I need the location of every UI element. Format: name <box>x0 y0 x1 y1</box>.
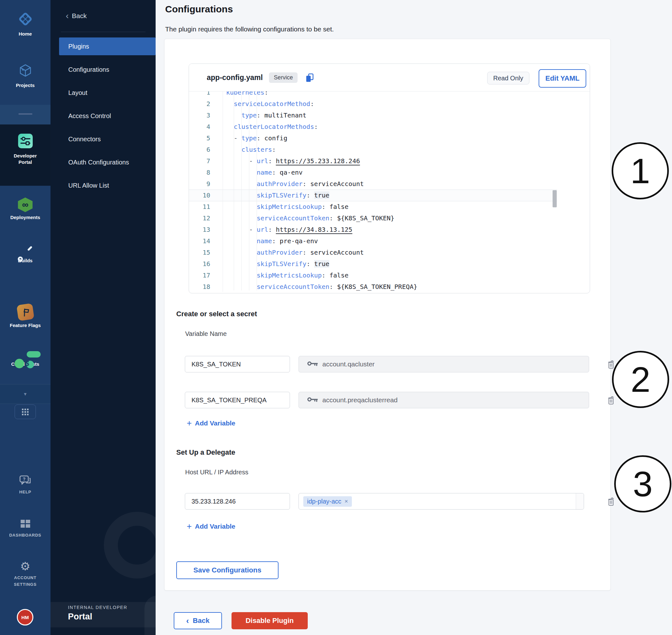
delegate-heading: Set Up a Delegate <box>176 448 235 457</box>
annotation-circle-2: 2 <box>612 351 669 408</box>
sidebar-item-feature-flags[interactable]: Feature Flags <box>0 304 50 328</box>
host-url-input[interactable] <box>185 493 290 509</box>
sidebar-item-home[interactable]: Home <box>0 11 50 37</box>
sidebar-item-cloud-costs[interactable]: $ Cloud Costs <box>0 353 50 367</box>
gutter-divider <box>223 91 223 292</box>
code-line-11: 11 skipMetricsLookup: false <box>189 201 590 213</box>
back-button[interactable]: ‹ Back <box>174 612 222 629</box>
sidebar-divider-dash <box>18 113 32 115</box>
projects-cube-icon <box>17 62 34 80</box>
nav-item-connectors[interactable]: Connectors <box>50 132 156 146</box>
avatar-initials: HM <box>21 615 28 620</box>
code-line-12: 12 serviceAccountToken: ${K8S_SA_TOKEN} <box>189 213 590 224</box>
annotation-circle-1: 1 <box>612 142 669 199</box>
edit-yaml-button[interactable]: Edit YAML <box>539 69 586 88</box>
copy-icon[interactable] <box>305 73 314 83</box>
module-label: Developer <box>0 153 50 159</box>
chevron-down-icon: ▼ <box>23 392 28 397</box>
annotation-circle-3: 3 <box>614 455 671 512</box>
sidebar-item-developer-portal[interactable]: Developer Portal <box>0 133 50 165</box>
save-configurations-button[interactable]: Save Configurations <box>176 561 279 579</box>
disable-plugin-button[interactable]: Disable Plugin <box>232 612 308 629</box>
brand-title: Portal <box>68 612 127 622</box>
code-line-6: 6 clusters: <box>189 144 590 155</box>
key-icon <box>307 396 319 404</box>
feature-flags-icon <box>18 304 33 320</box>
editor-scrollbar-thumb[interactable] <box>552 190 557 207</box>
remove-tag-icon[interactable]: × <box>345 498 348 505</box>
page-title: Configurations <box>165 4 233 15</box>
code-line-5: 5 - type: config <box>189 132 590 144</box>
grid-icon <box>22 409 28 415</box>
developer-portal-icon <box>17 133 34 151</box>
module-grid-button[interactable] <box>15 404 36 419</box>
sidebar-item-builds[interactable]: Builds <box>0 249 50 264</box>
home-icon <box>17 11 34 28</box>
chevron-left-icon: ‹ <box>186 616 189 626</box>
service-badge: Service <box>269 72 298 83</box>
user-avatar[interactable]: HM <box>17 609 33 626</box>
plugin-nav-sidebar: ‹ Back Plugins Configurations Layout Acc… <box>50 0 156 635</box>
code-line-14: 14 name: pre-qa-env <box>189 235 590 247</box>
code-line-8: 8 name: qa-env <box>189 167 590 178</box>
sidebar-item-projects[interactable]: Projects <box>0 62 50 88</box>
nav-back-link[interactable]: ‹ Back <box>66 9 87 22</box>
delegate-tag-chip: idp-play-acc × <box>303 496 352 507</box>
sidebar-item-deployments[interactable]: ∞ Deployments <box>0 197 50 220</box>
yaml-header: app-config.yaml Service Read Only Edit Y… <box>189 64 590 91</box>
module-label: Feature Flags <box>0 322 50 328</box>
brand-eyebrow: INTERNAL DEVELOPER <box>68 605 127 610</box>
delete-delegate-button[interactable] <box>607 497 615 507</box>
nav-item-oauth-configurations[interactable]: OAuth Configurations <box>50 155 156 169</box>
nav-item-layout[interactable]: Layout <box>50 86 156 100</box>
app-root: Home Projects <box>0 0 672 635</box>
sidebar-item-dashboards[interactable]: DASHBOARDS <box>0 519 50 538</box>
code-line-3: 3 type: multiTenant <box>189 110 590 121</box>
module-label: HELP <box>0 489 50 495</box>
code-line-4: 4 clusterLocatorMethods: <box>189 121 590 132</box>
key-icon <box>307 360 319 368</box>
sidebar-item-help[interactable]: ? HELP <box>0 475 50 495</box>
secret-select[interactable]: account.qacluster <box>299 356 589 372</box>
variable-name-input[interactable] <box>185 356 290 372</box>
tag-field-end-segment <box>576 494 584 509</box>
module-sidebar: Home Projects <box>0 0 50 635</box>
module-label: DASHBOARDS <box>0 532 50 538</box>
nav-item-plugins[interactable]: Plugins <box>59 38 156 55</box>
nav-item-access-control[interactable]: Access Control <box>50 109 156 123</box>
plus-icon: + <box>187 522 192 530</box>
delegate-tag-field[interactable]: idp-play-acc × <box>299 493 584 509</box>
code-line-2: 2 serviceLocatorMethod: <box>189 98 590 110</box>
read-only-badge: Read Only <box>487 72 529 85</box>
module-label-line2: Portal <box>0 159 50 165</box>
module-label: Projects <box>0 82 50 88</box>
nav-divider <box>61 32 146 32</box>
nav-item-configurations[interactable]: Configurations <box>50 63 156 76</box>
sidebar-section-divider <box>0 105 50 125</box>
secret-value: account.qacluster <box>322 360 375 368</box>
yaml-editor-card: 1kubernetes:2 serviceLocatorMethod:3 typ… <box>189 64 590 293</box>
code-line-17: 17 skipMetricsLookup: false <box>189 269 590 281</box>
dashboards-icon <box>20 519 31 530</box>
portal-brand: INTERNAL DEVELOPER Portal <box>68 605 127 622</box>
add-delegate-link[interactable]: + Add Variable <box>187 522 235 530</box>
variable-name-input[interactable] <box>185 392 290 408</box>
nav-item-url-allow-list[interactable]: URL Allow List <box>50 178 156 192</box>
code-line-7: 7 - url: https://35.233.128.246 <box>189 155 590 167</box>
yaml-filename: app-config.yaml <box>207 73 263 82</box>
module-label: Deployments <box>0 214 50 220</box>
code-line-18: 18 serviceAccountToken: ${K8S_SA_TOKEN_P… <box>189 281 590 292</box>
delete-variable-button[interactable] <box>607 395 615 406</box>
code-line-10: 10 skipTLSVerify: true <box>189 190 590 201</box>
chevron-left-icon: ‹ <box>66 10 69 22</box>
decorative-circle <box>104 512 156 578</box>
add-variable-link[interactable]: + Add Variable <box>187 419 235 428</box>
module-label-line2: SETTINGS <box>0 581 50 587</box>
sidebar-collapse-chevron[interactable]: ▼ <box>0 384 50 404</box>
sidebar-item-account-settings[interactable]: ⚙ ACCOUNT SETTINGS <box>0 560 50 587</box>
module-label: Builds <box>0 258 50 264</box>
help-chat-icon: ? <box>19 475 32 487</box>
deployments-icon: ∞ <box>18 197 33 212</box>
secrets-heading: Create or select a secret <box>176 310 257 318</box>
secret-select[interactable]: account.preqaclusterread <box>299 392 589 408</box>
